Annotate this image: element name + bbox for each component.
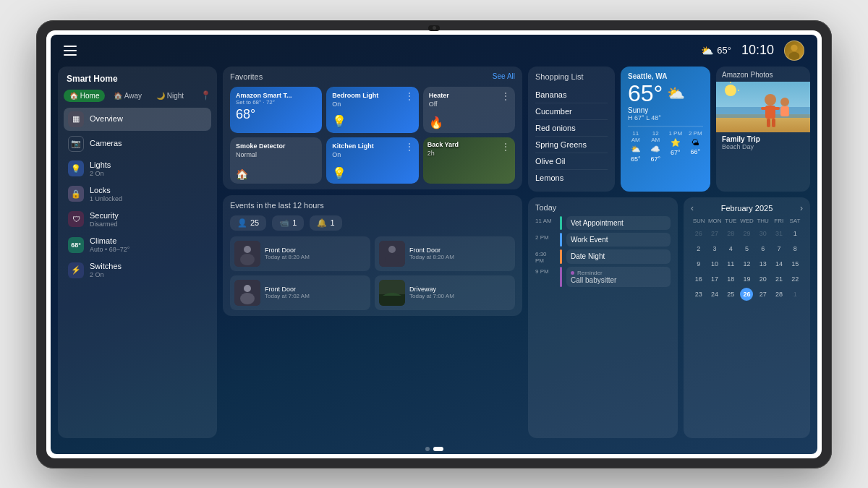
cal-day[interactable]: 23 — [692, 288, 705, 301]
cal-day[interactable]: 1 — [788, 288, 801, 301]
cal-day[interactable]: 24 — [708, 288, 721, 301]
cal-day[interactable]: 3 — [708, 242, 721, 255]
forecast-2pm: 2 PM 🌤 66° — [688, 130, 704, 163]
card-status: Normal — [236, 151, 316, 158]
event-card-3[interactable]: Front Door Today at 7:02 AM — [230, 275, 370, 310]
sidebar-item-label: Climate — [90, 236, 207, 246]
alert-icon: 🔔 — [317, 218, 327, 228]
shopping-item-olive-oil[interactable]: Olive Oil — [535, 153, 608, 170]
card-title: Smoke Detector — [236, 142, 316, 150]
cal-day[interactable]: 26 — [692, 227, 705, 240]
user-avatar[interactable] — [784, 40, 804, 61]
cal-day[interactable]: 27 — [757, 288, 770, 301]
cal-day[interactable]: 20 — [757, 273, 770, 286]
svg-rect-19 — [774, 107, 780, 110]
event-card-4[interactable]: Driveway Today at 7:00 AM — [375, 275, 515, 310]
right-panels: Shopping List Bananas Cucumber Red onion… — [528, 67, 810, 438]
top-bar-left — [64, 40, 84, 61]
event-content-title: Work Event — [571, 236, 666, 244]
tab-home[interactable]: 🏠 Home — [64, 90, 105, 102]
cal-day[interactable]: 13 — [757, 257, 770, 270]
svg-point-7 — [385, 254, 399, 265]
cal-day[interactable]: 25 — [724, 288, 737, 301]
weather-panel: Seattle, WA 65° ⛅ Sunny H 67° L 48° — [621, 67, 710, 192]
cal-day[interactable]: 30 — [757, 227, 770, 240]
cal-day-today[interactable]: 26 — [740, 288, 753, 301]
photos-image[interactable] — [716, 82, 810, 132]
sidebar-item-lights[interactable]: 💡 Lights 2 On — [64, 157, 211, 181]
event-thumbnail — [379, 280, 405, 306]
sidebar-item-switches[interactable]: ⚡ Switches 2 On — [64, 258, 211, 282]
events-stats: 👤 25 📹 1 🔔 1 — [230, 215, 515, 231]
cal-day[interactable]: 18 — [724, 273, 737, 286]
page-dot-2[interactable] — [433, 447, 443, 451]
cal-day[interactable]: 5 — [740, 242, 753, 255]
favorites-title: Favorites — [230, 72, 263, 81]
tab-away[interactable]: 🏠 Away — [108, 90, 148, 102]
cal-day[interactable]: 9 — [692, 257, 705, 270]
sidebar-item-locks[interactable]: 🔒 Locks 1 Unlocked — [64, 182, 211, 206]
shopping-item-red-onions[interactable]: Red onions — [535, 120, 608, 137]
right-top: Shopping List Bananas Cucumber Red onion… — [528, 67, 810, 192]
stat-count: 1 — [330, 218, 334, 227]
tab-night[interactable]: 🌙 Night — [150, 90, 190, 102]
device-card-heater[interactable]: Heater Off ⋮ 🔥 — [423, 87, 515, 133]
location-pin[interactable]: 📍 — [200, 90, 211, 100]
sidebar-item-climate[interactable]: 68° Climate Auto • 68–72° — [64, 233, 211, 257]
sidebar-item-security[interactable]: 🛡 Security Disarmed — [64, 207, 211, 231]
page-dot-1[interactable] — [425, 447, 430, 451]
more-options-icon[interactable]: ⋮ — [404, 141, 414, 153]
cal-day[interactable]: 4 — [724, 242, 737, 255]
event-time: Today at 8:20 AM — [409, 254, 511, 260]
shopping-item-cucumber[interactable]: Cucumber — [535, 103, 608, 120]
cal-day[interactable]: 2 — [692, 242, 705, 255]
see-all-button[interactable]: See All — [493, 72, 515, 80]
cal-day[interactable]: 17 — [708, 273, 721, 286]
cal-day[interactable]: 10 — [708, 257, 721, 270]
shopping-item-spring-greens[interactable]: Spring Greens — [535, 137, 608, 153]
cal-day[interactable]: 19 — [740, 273, 753, 286]
cal-day[interactable]: 15 — [788, 257, 801, 270]
device-card-backyard[interactable]: Back Yard 2h ⋮ — [423, 137, 515, 184]
sidebar-item-overview[interactable]: ▦ Overview — [64, 108, 211, 131]
more-options-icon[interactable]: ⋮ — [404, 90, 414, 102]
event-card-2[interactable]: Front Door Today at 8:20 AM — [375, 236, 515, 271]
cal-day[interactable]: 12 — [740, 257, 753, 270]
menu-button[interactable] — [64, 40, 84, 61]
device-card-bedroom-light[interactable]: Bedroom Light On 💡 ⋮ — [326, 87, 418, 133]
device-card-kitchen-light[interactable]: Kitchen Light On 💡 ⋮ — [326, 137, 418, 184]
device-card-smoke[interactable]: Smoke Detector Normal 🏠 — [230, 137, 322, 184]
event-babysitter[interactable]: 9 PM Reminder Call babysitter — [535, 267, 671, 287]
stat-count: 1 — [292, 218, 297, 227]
smart-home-title: Smart Home — [64, 74, 211, 84]
device-card-thermostat[interactable]: Amazon Smart T... Set to 68° · 72° 68° — [230, 87, 322, 133]
cal-day[interactable]: 21 — [773, 273, 786, 286]
page-indicators — [51, 444, 817, 454]
event-work[interactable]: 2 PM Work Event — [535, 233, 671, 247]
cal-day[interactable]: 7 — [773, 242, 786, 255]
calendar-prev-button[interactable]: ‹ — [691, 203, 694, 213]
cal-day[interactable]: 6 — [757, 242, 770, 255]
cal-day[interactable]: 29 — [740, 227, 753, 240]
cal-day[interactable]: 28 — [773, 288, 786, 301]
cal-day[interactable]: 11 — [724, 257, 737, 270]
cal-day[interactable]: 22 — [788, 273, 801, 286]
event-vet[interactable]: 11 AM Vet Appointment — [535, 216, 671, 230]
sidebar-item-cameras[interactable]: 📷 Cameras — [64, 132, 211, 155]
shopping-item-lemons[interactable]: Lemons — [535, 170, 608, 186]
cal-day[interactable]: 28 — [724, 227, 737, 240]
cal-day[interactable]: 16 — [692, 273, 705, 286]
more-options-icon[interactable]: ⋮ — [501, 90, 511, 102]
device-screen-bezel: ⛅ 65° 10:10 Smart Home — [46, 30, 822, 458]
cal-day[interactable]: 14 — [773, 257, 786, 270]
sidebar-item-label: Lights — [90, 160, 207, 170]
cal-day[interactable]: 31 — [773, 227, 786, 240]
cal-day[interactable]: 27 — [708, 227, 721, 240]
cal-day[interactable]: 1 — [788, 227, 801, 240]
cal-day[interactable]: 8 — [788, 242, 801, 255]
more-options-icon[interactable]: ⋮ — [501, 141, 511, 153]
event-card-1[interactable]: Front Door Today at 8:20 AM — [230, 236, 370, 271]
calendar-next-button[interactable]: › — [800, 203, 803, 213]
shopping-item-bananas[interactable]: Bananas — [535, 87, 608, 103]
event-date-night[interactable]: 6:30 PM Date Night — [535, 249, 671, 264]
